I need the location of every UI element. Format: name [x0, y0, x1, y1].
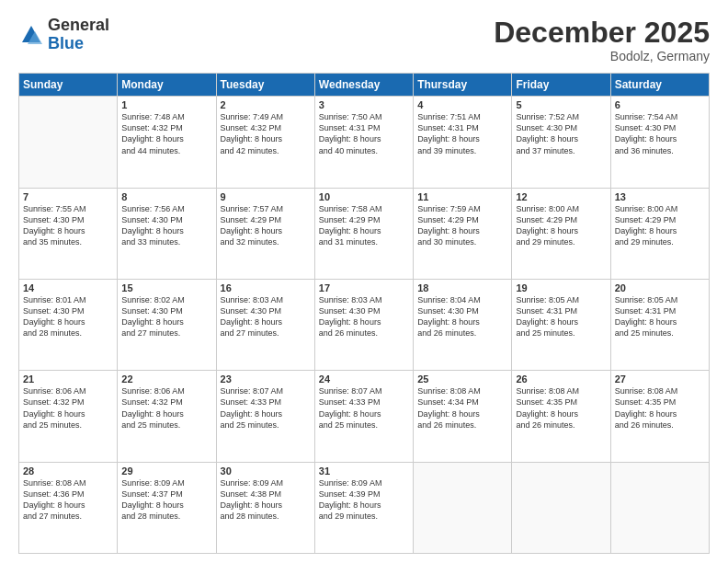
- daylight-hours: Daylight: 8 hours: [319, 500, 381, 510]
- cell-content: Sunrise: 8:04 AMSunset: 4:30 PMDaylight:…: [417, 294, 507, 339]
- daylight-minutes: and 26 minutes.: [615, 420, 674, 430]
- cell-content: Sunrise: 8:02 AMSunset: 4:30 PMDaylight:…: [121, 294, 211, 339]
- cell-content: Sunrise: 7:56 AMSunset: 4:30 PMDaylight:…: [121, 203, 211, 248]
- day-number: 3: [319, 99, 409, 110]
- daylight-hours: Daylight: 8 hours: [516, 409, 578, 419]
- day-number: 13: [615, 191, 705, 202]
- day-number: 14: [23, 282, 113, 293]
- daylight-minutes: and 28 minutes.: [221, 511, 279, 521]
- week-row-5: 28Sunrise: 8:08 AMSunset: 4:36 PMDayligh…: [19, 462, 710, 553]
- day-number: 18: [417, 282, 507, 293]
- daylight-hours: Daylight: 8 hours: [615, 317, 677, 327]
- calendar-cell: 10Sunrise: 7:58 AMSunset: 4:29 PMDayligh…: [314, 188, 413, 279]
- calendar-cell: 13Sunrise: 8:00 AMSunset: 4:29 PMDayligh…: [610, 188, 709, 279]
- daylight-hours: Daylight: 8 hours: [516, 226, 578, 236]
- calendar-cell: [414, 462, 512, 553]
- day-number: 22: [121, 373, 211, 385]
- day-number: 12: [516, 191, 606, 202]
- daylight-minutes: and 29 minutes.: [615, 237, 674, 247]
- day-of-week-sunday: Sunday: [19, 74, 118, 97]
- day-number: 20: [615, 282, 705, 293]
- daylight-hours: Daylight: 8 hours: [516, 134, 578, 144]
- calendar-cell: 18Sunrise: 8:04 AMSunset: 4:30 PMDayligh…: [414, 279, 512, 370]
- day-of-week-monday: Monday: [118, 74, 216, 97]
- daylight-minutes: and 25 minutes.: [615, 328, 674, 338]
- day-number: 23: [221, 373, 311, 385]
- daylight-hours: Daylight: 8 hours: [221, 317, 283, 327]
- daylight-minutes: and 25 minutes.: [319, 420, 378, 430]
- day-number: 28: [23, 465, 113, 477]
- cell-content: Sunrise: 8:03 AMSunset: 4:30 PMDaylight:…: [221, 294, 311, 339]
- calendar-cell: 30Sunrise: 8:09 AMSunset: 4:38 PMDayligh…: [216, 462, 314, 553]
- daylight-hours: Daylight: 8 hours: [221, 500, 283, 510]
- cell-content: Sunrise: 7:52 AMSunset: 4:30 PMDaylight:…: [516, 111, 606, 156]
- month-title: December 2025: [494, 17, 710, 49]
- calendar: SundayMondayTuesdayWednesdayThursdayFrid…: [18, 73, 710, 554]
- calendar-cell: 31Sunrise: 8:09 AMSunset: 4:39 PMDayligh…: [314, 462, 413, 553]
- calendar-cell: 29Sunrise: 8:09 AMSunset: 4:37 PMDayligh…: [118, 462, 216, 553]
- calendar-cell: 28Sunrise: 8:08 AMSunset: 4:36 PMDayligh…: [19, 462, 118, 553]
- daylight-hours: Daylight: 8 hours: [121, 226, 184, 236]
- daylight-hours: Daylight: 8 hours: [417, 134, 480, 144]
- cell-content: Sunrise: 8:09 AMSunset: 4:38 PMDaylight:…: [221, 477, 311, 523]
- cell-content: Sunrise: 8:09 AMSunset: 4:39 PMDaylight:…: [319, 477, 409, 523]
- daylight-hours: Daylight: 8 hours: [221, 409, 283, 419]
- daylight-hours: Daylight: 8 hours: [319, 409, 381, 419]
- daylight-minutes: and 29 minutes.: [319, 511, 378, 521]
- cell-content: Sunrise: 8:06 AMSunset: 4:32 PMDaylight:…: [121, 385, 211, 431]
- calendar-header-row: SundayMondayTuesdayWednesdayThursdayFrid…: [19, 74, 710, 97]
- cell-content: Sunrise: 7:51 AMSunset: 4:31 PMDaylight:…: [417, 111, 507, 156]
- daylight-minutes: and 26 minutes.: [319, 328, 378, 338]
- daylight-minutes: and 33 minutes.: [121, 237, 180, 247]
- calendar-cell: 24Sunrise: 8:07 AMSunset: 4:33 PMDayligh…: [314, 371, 413, 462]
- calendar-cell: 25Sunrise: 8:08 AMSunset: 4:34 PMDayligh…: [414, 371, 512, 462]
- calendar-cell: 19Sunrise: 8:05 AMSunset: 4:31 PMDayligh…: [512, 279, 610, 370]
- calendar-cell: 22Sunrise: 8:06 AMSunset: 4:32 PMDayligh…: [118, 371, 216, 462]
- cell-content: Sunrise: 7:54 AMSunset: 4:30 PMDaylight:…: [615, 111, 705, 156]
- calendar-cell: 17Sunrise: 8:03 AMSunset: 4:30 PMDayligh…: [314, 279, 413, 370]
- daylight-hours: Daylight: 8 hours: [319, 226, 381, 236]
- cell-content: Sunrise: 8:06 AMSunset: 4:32 PMDaylight:…: [23, 385, 113, 431]
- cell-content: Sunrise: 8:05 AMSunset: 4:31 PMDaylight:…: [615, 294, 705, 339]
- calendar-cell: [610, 462, 709, 553]
- day-number: 1: [121, 99, 211, 110]
- day-number: 8: [121, 191, 211, 202]
- cell-content: Sunrise: 8:07 AMSunset: 4:33 PMDaylight:…: [221, 385, 311, 431]
- daylight-minutes: and 37 minutes.: [516, 146, 574, 155]
- daylight-minutes: and 26 minutes.: [516, 420, 574, 430]
- day-of-week-wednesday: Wednesday: [314, 74, 413, 97]
- day-number: 16: [221, 282, 311, 293]
- calendar-cell: 6Sunrise: 7:54 AMSunset: 4:30 PMDaylight…: [610, 97, 709, 188]
- week-row-3: 14Sunrise: 8:01 AMSunset: 4:30 PMDayligh…: [19, 279, 710, 370]
- logo-icon: [18, 22, 44, 48]
- cell-content: Sunrise: 8:08 AMSunset: 4:35 PMDaylight:…: [516, 385, 606, 431]
- week-row-4: 21Sunrise: 8:06 AMSunset: 4:32 PMDayligh…: [19, 371, 710, 462]
- logo: General Blue: [18, 17, 109, 53]
- calendar-cell: 16Sunrise: 8:03 AMSunset: 4:30 PMDayligh…: [216, 279, 314, 370]
- calendar-cell: 1Sunrise: 7:48 AMSunset: 4:32 PMDaylight…: [118, 97, 216, 188]
- day-number: 2: [221, 99, 311, 110]
- daylight-hours: Daylight: 8 hours: [417, 409, 480, 419]
- day-of-week-thursday: Thursday: [414, 74, 512, 97]
- cell-content: Sunrise: 8:09 AMSunset: 4:37 PMDaylight:…: [121, 477, 211, 523]
- logo-general: General: [48, 17, 109, 35]
- cell-content: Sunrise: 7:49 AMSunset: 4:32 PMDaylight:…: [221, 111, 311, 156]
- cell-content: Sunrise: 8:00 AMSunset: 4:29 PMDaylight:…: [615, 203, 705, 248]
- calendar-cell: 9Sunrise: 7:57 AMSunset: 4:29 PMDaylight…: [216, 188, 314, 279]
- daylight-minutes: and 31 minutes.: [319, 237, 378, 247]
- page: General Blue December 2025 Bodolz, Germa…: [0, 0, 728, 563]
- day-number: 7: [23, 191, 113, 202]
- calendar-cell: 4Sunrise: 7:51 AMSunset: 4:31 PMDaylight…: [414, 97, 512, 188]
- daylight-hours: Daylight: 8 hours: [615, 134, 677, 144]
- day-number: 27: [615, 373, 705, 385]
- daylight-minutes: and 39 minutes.: [417, 146, 476, 155]
- daylight-minutes: and 27 minutes.: [23, 511, 82, 521]
- daylight-hours: Daylight: 8 hours: [23, 317, 85, 327]
- daylight-minutes: and 44 minutes.: [121, 146, 180, 155]
- day-number: 11: [417, 191, 507, 202]
- day-number: 4: [417, 99, 507, 110]
- daylight-minutes: and 27 minutes.: [221, 328, 279, 338]
- daylight-hours: Daylight: 8 hours: [23, 226, 85, 236]
- calendar-cell: 11Sunrise: 7:59 AMSunset: 4:29 PMDayligh…: [414, 188, 512, 279]
- cell-content: Sunrise: 8:00 AMSunset: 4:29 PMDaylight:…: [516, 203, 606, 248]
